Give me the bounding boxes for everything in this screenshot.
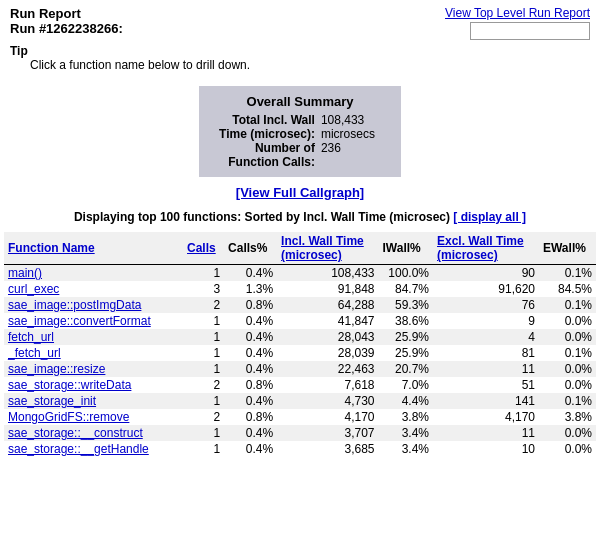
callgraph-link[interactable]: [View Full Callgraph] <box>236 185 364 200</box>
cell-inclwall: 7,618 <box>277 377 378 393</box>
summary-value-2: microsecs <box>321 127 381 141</box>
cell-ewallpct: 0.1% <box>539 297 596 313</box>
displaying-label: Displaying top 100 functions: Sorted by … <box>74 210 450 224</box>
search-input[interactable] <box>470 22 590 40</box>
cell-exclwall: 10 <box>433 441 539 457</box>
table-row: MongoGridFS::remove20.8%4,1703.8%4,1703.… <box>4 409 596 425</box>
cell-fn: sae_storage::__getHandle <box>4 441 183 457</box>
sort-exclwall-link[interactable]: Excl. Wall Time(microsec) <box>437 234 524 262</box>
cell-iwallpct: 84.7% <box>379 281 433 297</box>
sort-calls-link[interactable]: Calls <box>187 241 216 255</box>
fn-link[interactable]: sae_storage::__getHandle <box>8 442 149 456</box>
cell-calls: 2 <box>183 377 224 393</box>
table-row: sae_storage::__getHandle10.4%3,6853.4%10… <box>4 441 596 457</box>
cell-iwallpct: 3.8% <box>379 409 433 425</box>
cell-callspct: 0.8% <box>224 409 277 425</box>
cell-ewallpct: 84.5% <box>539 281 596 297</box>
header: Run Report Run #1262238266: View Top Lev… <box>0 0 600 42</box>
cell-exclwall: 90 <box>433 265 539 282</box>
cell-ewallpct: 0.1% <box>539 345 596 361</box>
cell-exclwall: 11 <box>433 361 539 377</box>
table-row: sae_image::convertFormat10.4%41,84738.6%… <box>4 313 596 329</box>
tip-text: Click a function name below to drill dow… <box>30 58 250 72</box>
summary-row-3: Number ofFunction Calls: 236 <box>219 141 381 169</box>
cell-inclwall: 28,043 <box>277 329 378 345</box>
cell-exclwall: 76 <box>433 297 539 313</box>
display-all-link[interactable]: [ display all ] <box>453 210 526 224</box>
fn-link[interactable]: sae_image::resize <box>8 362 105 376</box>
summary-value-1: 108,433 <box>321 113 381 127</box>
table-row: sae_storage::__construct10.4%3,7073.4%11… <box>4 425 596 441</box>
cell-fn: sae_image::convertFormat <box>4 313 183 329</box>
cell-calls: 1 <box>183 393 224 409</box>
cell-exclwall: 4,170 <box>433 409 539 425</box>
sort-fn-link[interactable]: Function Name <box>8 241 95 255</box>
cell-inclwall: 108,433 <box>277 265 378 282</box>
summary-title: Overall Summary <box>219 94 381 109</box>
cell-iwallpct: 4.4% <box>379 393 433 409</box>
summary-label-1: Total Incl. Wall <box>232 113 315 127</box>
cell-ewallpct: 0.1% <box>539 265 596 282</box>
fn-link[interactable]: sae_storage_init <box>8 394 96 408</box>
cell-iwallpct: 3.4% <box>379 441 433 457</box>
cell-inclwall: 3,707 <box>277 425 378 441</box>
table-row: _fetch_url10.4%28,03925.9%810.1% <box>4 345 596 361</box>
cell-calls: 1 <box>183 361 224 377</box>
fn-link[interactable]: sae_image::postImgData <box>8 298 141 312</box>
cell-inclwall: 4,170 <box>277 409 378 425</box>
cell-ewallpct: 0.0% <box>539 377 596 393</box>
cell-fn: sae_image::postImgData <box>4 297 183 313</box>
cell-calls: 2 <box>183 297 224 313</box>
cell-iwallpct: 38.6% <box>379 313 433 329</box>
cell-fn: _fetch_url <box>4 345 183 361</box>
cell-inclwall: 4,730 <box>277 393 378 409</box>
summary-row-1: Total Incl. Wall 108,433 <box>219 113 381 127</box>
table-row: sae_storage::writeData20.8%7,6187.0%510.… <box>4 377 596 393</box>
fn-link[interactable]: sae_storage::writeData <box>8 378 131 392</box>
fn-link[interactable]: sae_image::convertFormat <box>8 314 151 328</box>
cell-iwallpct: 25.9% <box>379 345 433 361</box>
cell-exclwall: 141 <box>433 393 539 409</box>
cell-calls: 1 <box>183 441 224 457</box>
cell-callspct: 0.4% <box>224 313 277 329</box>
cell-inclwall: 22,463 <box>277 361 378 377</box>
cell-exclwall: 9 <box>433 313 539 329</box>
cell-inclwall: 3,685 <box>277 441 378 457</box>
summary-box: Overall Summary Total Incl. Wall 108,433… <box>199 86 401 177</box>
cell-fn: curl_exec <box>4 281 183 297</box>
col-header-iwallpct: IWall% <box>379 232 433 265</box>
cell-fn: MongoGridFS::remove <box>4 409 183 425</box>
cell-callspct: 0.4% <box>224 345 277 361</box>
cell-callspct: 0.4% <box>224 329 277 345</box>
table-row: curl_exec31.3%91,84884.7%91,62084.5% <box>4 281 596 297</box>
fn-link[interactable]: fetch_url <box>8 330 54 344</box>
col-header-calls: Calls <box>183 232 224 265</box>
fn-link[interactable]: curl_exec <box>8 282 59 296</box>
fn-link[interactable]: MongoGridFS::remove <box>8 410 129 424</box>
cell-calls: 1 <box>183 329 224 345</box>
fn-link[interactable]: _fetch_url <box>8 346 61 360</box>
cell-calls: 2 <box>183 409 224 425</box>
table-row: sae_image::postImgData20.8%64,28859.3%76… <box>4 297 596 313</box>
table-row: fetch_url10.4%28,04325.9%40.0% <box>4 329 596 345</box>
functions-table: Function Name Calls Calls% Incl. Wall Ti… <box>4 232 596 457</box>
cell-ewallpct: 0.0% <box>539 441 596 457</box>
col-header-exclwall: Excl. Wall Time(microsec) <box>433 232 539 265</box>
col-header-ewallpct: EWall% <box>539 232 596 265</box>
cell-fn: sae_storage::writeData <box>4 377 183 393</box>
sort-inclwall-link[interactable]: Incl. Wall Time(microsec) <box>281 234 364 262</box>
cell-iwallpct: 3.4% <box>379 425 433 441</box>
cell-inclwall: 64,288 <box>277 297 378 313</box>
table-row: sae_image::resize10.4%22,46320.7%110.0% <box>4 361 596 377</box>
cell-ewallpct: 0.1% <box>539 393 596 409</box>
cell-ewallpct: 3.8% <box>539 409 596 425</box>
header-left: Run Report Run #1262238266: <box>10 6 123 36</box>
cell-ewallpct: 0.0% <box>539 425 596 441</box>
cell-exclwall: 4 <box>433 329 539 345</box>
fn-link[interactable]: sae_storage::__construct <box>8 426 143 440</box>
cell-calls: 1 <box>183 313 224 329</box>
fn-link[interactable]: main() <box>8 266 42 280</box>
view-top-level-link[interactable]: View Top Level Run Report <box>445 6 590 20</box>
col-header-callspct: Calls% <box>224 232 277 265</box>
cell-callspct: 0.8% <box>224 377 277 393</box>
